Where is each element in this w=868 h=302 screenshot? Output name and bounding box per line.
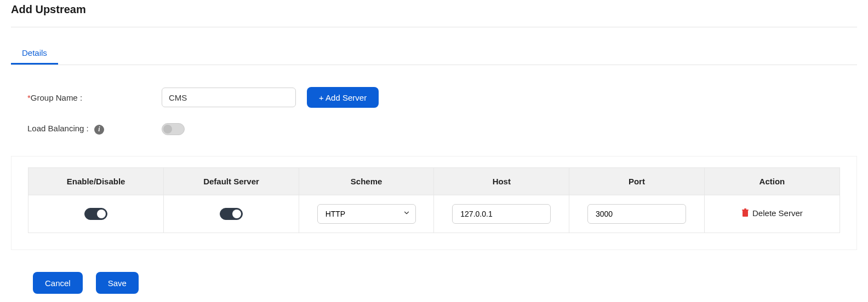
port-input[interactable] [587, 204, 686, 224]
form-area: *Group Name : + Add Server Load Balancin… [11, 65, 857, 156]
col-action: Action [704, 168, 840, 195]
row-load-balancing: Load Balancing : i [27, 123, 841, 135]
row-enable-toggle[interactable] [84, 208, 107, 220]
host-input[interactable] [452, 204, 551, 224]
row-group-name: *Group Name : + Add Server [27, 87, 841, 108]
toggle-knob [232, 210, 241, 218]
tab-details[interactable]: Details [11, 43, 58, 65]
row-default-toggle[interactable] [220, 208, 243, 220]
toggle-knob [163, 125, 172, 133]
col-host: Host [434, 168, 569, 195]
delete-server-button[interactable]: Delete Server [741, 208, 803, 218]
title-divider [11, 27, 857, 27]
servers-table-wrap: Enable/Disable Default Server Scheme Hos… [11, 156, 857, 250]
table-row: Delete Server [28, 195, 840, 233]
load-balancing-label: Load Balancing : i [27, 124, 162, 135]
page-title: Add Upstream [11, 3, 857, 16]
info-icon[interactable]: i [94, 125, 104, 135]
col-default-server: Default Server [164, 168, 299, 195]
load-balancing-label-text: Load Balancing : [27, 124, 89, 133]
footer-buttons: Cancel Save [11, 250, 857, 299]
scheme-select-wrap [317, 204, 416, 224]
group-name-label-text: Group Name : [31, 93, 82, 102]
group-name-label: *Group Name : [27, 93, 162, 102]
tabs: Details [11, 43, 857, 65]
add-server-button[interactable]: + Add Server [307, 87, 379, 108]
cancel-button[interactable]: Cancel [33, 272, 83, 294]
col-enable: Enable/Disable [28, 168, 164, 195]
svg-rect-2 [744, 208, 746, 210]
trash-icon [741, 208, 749, 217]
group-name-input[interactable] [162, 88, 296, 107]
load-balancing-toggle[interactable] [162, 123, 185, 135]
save-button[interactable]: Save [96, 272, 139, 294]
svg-rect-1 [742, 210, 749, 211]
toggle-knob [97, 210, 106, 218]
svg-rect-0 [743, 211, 748, 217]
col-port: Port [569, 168, 705, 195]
delete-server-label: Delete Server [752, 208, 803, 218]
col-scheme: Scheme [299, 168, 434, 195]
servers-table: Enable/Disable Default Server Scheme Hos… [28, 168, 840, 233]
scheme-select[interactable] [317, 204, 416, 224]
